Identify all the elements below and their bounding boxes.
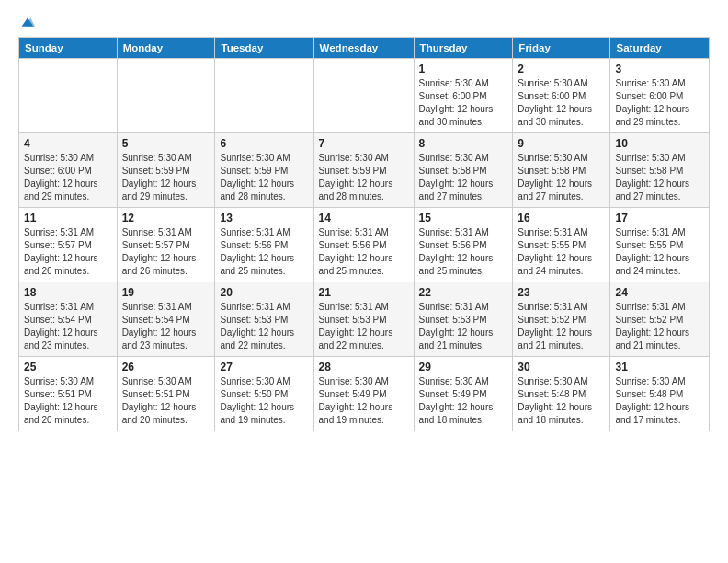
calendar-cell: 5Sunrise: 5:30 AM Sunset: 5:59 PM Daylig… — [117, 133, 215, 208]
day-number: 22 — [419, 286, 508, 299]
calendar-cell: 2Sunrise: 5:30 AM Sunset: 6:00 PM Daylig… — [513, 59, 610, 133]
day-number: 29 — [419, 361, 508, 373]
calendar-cell: 18Sunrise: 5:31 AM Sunset: 5:54 PM Dayli… — [19, 282, 118, 357]
day-number: 9 — [518, 137, 605, 150]
day-info: Sunrise: 5:30 AM Sunset: 5:58 PM Dayligh… — [419, 152, 508, 203]
calendar-cell: 31Sunrise: 5:30 AM Sunset: 5:48 PM Dayli… — [610, 357, 710, 431]
day-info: Sunrise: 5:30 AM Sunset: 5:49 PM Dayligh… — [319, 375, 409, 427]
calendar-week-row: 4Sunrise: 5:30 AM Sunset: 6:00 PM Daylig… — [19, 133, 710, 208]
day-info: Sunrise: 5:31 AM Sunset: 5:53 PM Dayligh… — [419, 301, 508, 352]
calendar-cell: 8Sunrise: 5:30 AM Sunset: 5:58 PM Daylig… — [414, 133, 513, 208]
calendar-cell: 11Sunrise: 5:31 AM Sunset: 5:57 PM Dayli… — [19, 208, 118, 282]
day-number: 20 — [220, 286, 308, 299]
day-number: 25 — [24, 361, 112, 373]
day-number: 4 — [24, 137, 112, 150]
calendar-week-row: 18Sunrise: 5:31 AM Sunset: 5:54 PM Dayli… — [19, 282, 710, 357]
calendar-cell — [117, 59, 215, 133]
day-number: 26 — [122, 361, 210, 373]
day-number: 12 — [122, 212, 210, 224]
day-number: 19 — [122, 286, 210, 299]
day-number: 10 — [615, 137, 704, 150]
calendar-cell: 14Sunrise: 5:31 AM Sunset: 5:56 PM Dayli… — [313, 208, 414, 282]
calendar-cell: 1Sunrise: 5:30 AM Sunset: 6:00 PM Daylig… — [414, 59, 513, 133]
day-info: Sunrise: 5:31 AM Sunset: 5:52 PM Dayligh… — [518, 301, 605, 352]
day-number: 14 — [319, 212, 409, 224]
day-number: 15 — [419, 212, 508, 224]
day-number: 17 — [615, 212, 704, 224]
calendar-cell: 23Sunrise: 5:31 AM Sunset: 5:52 PM Dayli… — [513, 282, 610, 357]
day-info: Sunrise: 5:30 AM Sunset: 6:00 PM Dayligh… — [24, 152, 112, 203]
day-number: 1 — [419, 63, 508, 75]
day-info: Sunrise: 5:31 AM Sunset: 5:53 PM Dayligh… — [319, 301, 409, 352]
day-number: 3 — [615, 63, 704, 75]
day-info: Sunrise: 5:31 AM Sunset: 5:56 PM Dayligh… — [220, 226, 308, 278]
calendar-cell — [215, 59, 313, 133]
day-info: Sunrise: 5:30 AM Sunset: 6:00 PM Dayligh… — [419, 77, 508, 129]
calendar-header-cell: Friday — [513, 38, 610, 59]
day-info: Sunrise: 5:30 AM Sunset: 5:50 PM Dayligh… — [220, 375, 308, 427]
calendar-cell: 7Sunrise: 5:30 AM Sunset: 5:59 PM Daylig… — [313, 133, 414, 208]
calendar-cell: 21Sunrise: 5:31 AM Sunset: 5:53 PM Dayli… — [313, 282, 414, 357]
day-info: Sunrise: 5:31 AM Sunset: 5:57 PM Dayligh… — [122, 226, 210, 278]
day-info: Sunrise: 5:31 AM Sunset: 5:57 PM Dayligh… — [24, 226, 112, 278]
calendar-week-row: 11Sunrise: 5:31 AM Sunset: 5:57 PM Dayli… — [19, 208, 710, 282]
day-number: 27 — [220, 361, 308, 373]
logo — [18, 15, 35, 29]
header — [18, 15, 710, 29]
calendar-cell: 28Sunrise: 5:30 AM Sunset: 5:49 PM Dayli… — [313, 357, 414, 431]
calendar-header-cell: Sunday — [19, 38, 118, 59]
calendar-header-cell: Tuesday — [215, 38, 313, 59]
logo-text — [18, 15, 35, 29]
day-info: Sunrise: 5:31 AM Sunset: 5:54 PM Dayligh… — [24, 301, 112, 352]
day-info: Sunrise: 5:30 AM Sunset: 5:48 PM Dayligh… — [518, 375, 605, 427]
day-number: 13 — [220, 212, 308, 224]
day-info: Sunrise: 5:31 AM Sunset: 5:53 PM Dayligh… — [220, 301, 308, 352]
calendar-cell: 4Sunrise: 5:30 AM Sunset: 6:00 PM Daylig… — [19, 133, 118, 208]
calendar-cell: 30Sunrise: 5:30 AM Sunset: 5:48 PM Dayli… — [513, 357, 610, 431]
day-info: Sunrise: 5:30 AM Sunset: 5:59 PM Dayligh… — [122, 152, 210, 203]
day-info: Sunrise: 5:30 AM Sunset: 5:51 PM Dayligh… — [24, 375, 112, 427]
day-info: Sunrise: 5:31 AM Sunset: 5:54 PM Dayligh… — [122, 301, 210, 352]
day-number: 16 — [518, 212, 605, 224]
calendar-cell: 26Sunrise: 5:30 AM Sunset: 5:51 PM Dayli… — [117, 357, 215, 431]
calendar-cell: 6Sunrise: 5:30 AM Sunset: 5:59 PM Daylig… — [215, 133, 313, 208]
calendar-header-row: SundayMondayTuesdayWednesdayThursdayFrid… — [19, 38, 710, 59]
day-info: Sunrise: 5:30 AM Sunset: 5:58 PM Dayligh… — [518, 152, 605, 203]
calendar-cell: 17Sunrise: 5:31 AM Sunset: 5:55 PM Dayli… — [610, 208, 710, 282]
day-number: 23 — [518, 286, 605, 299]
day-info: Sunrise: 5:30 AM Sunset: 6:00 PM Dayligh… — [615, 77, 704, 129]
calendar-cell: 16Sunrise: 5:31 AM Sunset: 5:55 PM Dayli… — [513, 208, 610, 282]
day-info: Sunrise: 5:30 AM Sunset: 6:00 PM Dayligh… — [518, 77, 605, 129]
day-number: 7 — [319, 137, 409, 150]
logo-icon — [20, 15, 35, 29]
day-info: Sunrise: 5:31 AM Sunset: 5:55 PM Dayligh… — [615, 226, 704, 278]
day-number: 21 — [319, 286, 409, 299]
day-number: 8 — [419, 137, 508, 150]
day-info: Sunrise: 5:30 AM Sunset: 5:49 PM Dayligh… — [419, 375, 508, 427]
day-info: Sunrise: 5:30 AM Sunset: 5:58 PM Dayligh… — [615, 152, 704, 203]
day-number: 31 — [615, 361, 704, 373]
calendar-cell: 20Sunrise: 5:31 AM Sunset: 5:53 PM Dayli… — [215, 282, 313, 357]
day-info: Sunrise: 5:30 AM Sunset: 5:48 PM Dayligh… — [615, 375, 704, 427]
calendar-header-cell: Wednesday — [313, 38, 414, 59]
calendar-header-cell: Thursday — [414, 38, 513, 59]
day-number: 2 — [518, 63, 605, 75]
day-info: Sunrise: 5:30 AM Sunset: 5:51 PM Dayligh… — [122, 375, 210, 427]
day-info: Sunrise: 5:31 AM Sunset: 5:55 PM Dayligh… — [518, 226, 605, 278]
day-info: Sunrise: 5:31 AM Sunset: 5:56 PM Dayligh… — [419, 226, 508, 278]
day-info: Sunrise: 5:30 AM Sunset: 5:59 PM Dayligh… — [319, 152, 409, 203]
calendar: SundayMondayTuesdayWednesdayThursdayFrid… — [18, 37, 710, 431]
calendar-cell: 24Sunrise: 5:31 AM Sunset: 5:52 PM Dayli… — [610, 282, 710, 357]
calendar-cell: 25Sunrise: 5:30 AM Sunset: 5:51 PM Dayli… — [19, 357, 118, 431]
day-number: 24 — [615, 286, 704, 299]
calendar-cell — [19, 59, 118, 133]
page: SundayMondayTuesdayWednesdayThursdayFrid… — [0, 0, 728, 563]
calendar-cell: 29Sunrise: 5:30 AM Sunset: 5:49 PM Dayli… — [414, 357, 513, 431]
calendar-body: 1Sunrise: 5:30 AM Sunset: 6:00 PM Daylig… — [19, 59, 710, 431]
day-number: 18 — [24, 286, 112, 299]
calendar-cell: 3Sunrise: 5:30 AM Sunset: 6:00 PM Daylig… — [610, 59, 710, 133]
day-number: 30 — [518, 361, 605, 373]
day-number: 5 — [122, 137, 210, 150]
day-number: 11 — [24, 212, 112, 224]
day-number: 28 — [319, 361, 409, 373]
